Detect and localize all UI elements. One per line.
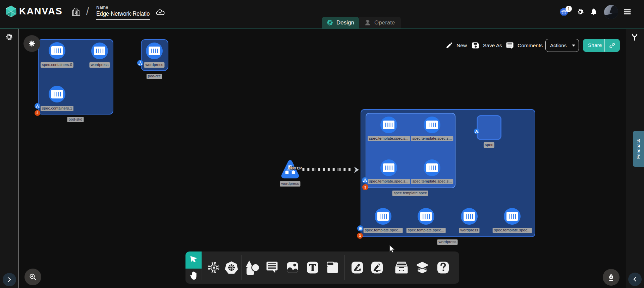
svg-text:80/TCP: 80/TCP: [290, 166, 302, 170]
